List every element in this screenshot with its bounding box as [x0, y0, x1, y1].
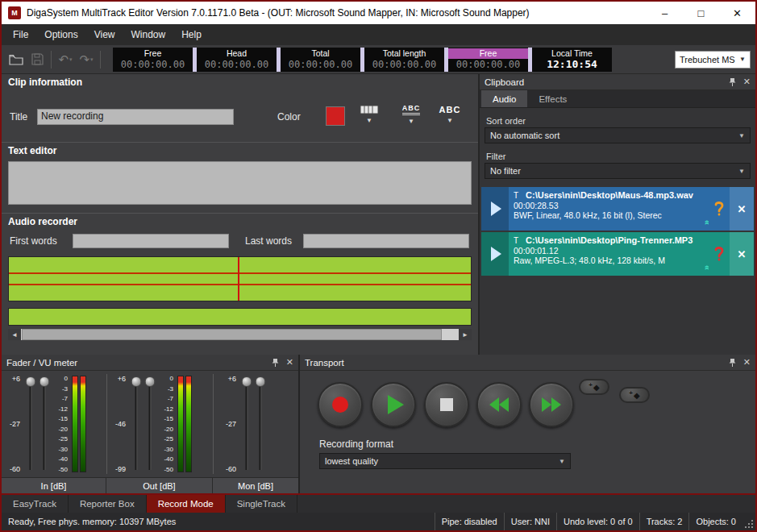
fader-slider[interactable] [129, 373, 143, 475]
counter-value: 00:00:00.00 [372, 59, 436, 70]
menu-help[interactable]: Help [173, 26, 210, 44]
fader-slider[interactable] [253, 373, 267, 475]
tab-effects[interactable]: Effects [527, 90, 578, 107]
close-panel-icon[interactable]: ✕ [743, 77, 751, 86]
redo-dropdown-icon: ▾ [90, 56, 94, 63]
fader-vu-panel: Fader / VU meter ✕ +6 -27 -60 0-3-7- [2, 355, 300, 493]
counter-total: Total 00:00:00.00 [281, 48, 360, 72]
record-button[interactable] [318, 382, 363, 427]
status-tracks: Tracks: 2 [639, 513, 689, 530]
status-user: User: NNI [504, 513, 556, 530]
collapse-chevrons-icon[interactable]: » [701, 265, 709, 270]
playhead-cursor[interactable] [238, 257, 239, 301]
chevron-down-icon: ▼ [559, 458, 565, 465]
menu-window[interactable]: Window [123, 26, 174, 44]
chevron-down-icon: ▼ [739, 56, 746, 63]
slider-knob[interactable] [25, 376, 35, 387]
collapse-chevrons-icon[interactable]: » [701, 220, 709, 225]
redo-button[interactable]: ↷ ▾ [76, 50, 97, 69]
abc-icon: ABC [439, 105, 461, 114]
clipboard-item[interactable]: TC:\Users\nin\Desktop\Ping-Trenner.MP3 0… [481, 232, 754, 276]
item-play-button[interactable] [481, 232, 509, 276]
recording-format-select[interactable]: lowest quality ▼ [319, 453, 571, 469]
menu-view[interactable]: View [86, 26, 123, 44]
slider-knob[interactable] [241, 376, 252, 387]
save-button[interactable] [27, 50, 48, 69]
menu-bar: File Options View Window Help [2, 24, 755, 45]
menu-file[interactable]: File [5, 26, 36, 44]
pin-icon[interactable] [729, 77, 736, 87]
tab-record-mode[interactable]: Record Mode [147, 495, 226, 513]
first-words-input[interactable] [73, 234, 229, 248]
item-delete-button[interactable]: ✕ [730, 187, 754, 231]
item-body[interactable]: TC:\Users\nin\Desktop\Ping-Trenner.MP3 0… [509, 232, 709, 276]
color-swatch[interactable] [326, 106, 345, 126]
filter-select[interactable]: No filter ▼ [485, 163, 751, 179]
keyboard-dropdown-button[interactable]: ▼ [351, 95, 387, 134]
title-input[interactable]: New recording [37, 109, 234, 125]
close-panel-icon[interactable]: ✕ [286, 358, 293, 367]
overview-bar[interactable] [8, 308, 472, 326]
undo-button[interactable]: ↶ ▾ [55, 50, 76, 69]
counter-label: Free [448, 48, 528, 59]
stop-button[interactable] [424, 382, 469, 427]
vu-meter-bar [72, 376, 78, 472]
maximize-button[interactable]: □ [683, 2, 719, 24]
prelisten-ear-button[interactable] [709, 187, 730, 231]
fader-slider[interactable] [143, 373, 156, 475]
slider-knob[interactable] [144, 376, 155, 387]
track-mark: T [514, 236, 518, 245]
pin-icon[interactable] [272, 358, 279, 368]
waveform-scrollbar[interactable]: ◄ ► [8, 329, 472, 340]
pin-icon[interactable] [729, 358, 736, 368]
open-folder-button[interactable] [6, 50, 27, 69]
font-select-value: Trebuchet MS [680, 55, 735, 64]
close-panel-icon[interactable]: ✕ [743, 358, 751, 367]
minimize-icon: – [662, 7, 668, 19]
rewind-button[interactable] [476, 382, 522, 427]
scroll-right-button[interactable]: ► [459, 329, 472, 340]
counter-value: 00:00:00.00 [205, 59, 268, 70]
slider-knob[interactable] [255, 376, 265, 387]
tab-reporter-box[interactable]: Reporter Box [69, 495, 147, 513]
sort-order-select[interactable]: No automatic sort ▼ [485, 127, 751, 143]
menu-options[interactable]: Options [36, 26, 85, 44]
clipboard-item[interactable]: TC:\Users\nin\Desktop\Maus-48.mp3.wav 00… [481, 187, 754, 231]
item-delete-button[interactable]: ✕ [730, 232, 754, 276]
toolbar-separator [100, 51, 101, 69]
scrollbar-track[interactable] [21, 329, 459, 340]
play-button[interactable] [371, 382, 416, 427]
diamond-plus-button-2[interactable]: +◆ [619, 387, 650, 403]
fader-slider[interactable] [23, 373, 37, 475]
resize-grip[interactable] [742, 513, 755, 530]
fader-slider[interactable] [37, 373, 51, 475]
scrollbar-thumb[interactable] [22, 329, 442, 340]
abc-dropdown-button[interactable]: ABC ▼ [432, 95, 468, 134]
font-select[interactable]: Trebuchet MS ▼ [675, 51, 751, 69]
tab-singletrack[interactable]: SingleTrack [226, 495, 297, 513]
vu-meter-bar [80, 376, 86, 472]
first-words-label: First words [10, 235, 57, 247]
last-words-input[interactable] [303, 234, 469, 248]
tab-audio[interactable]: Audio [481, 90, 527, 107]
prelisten-ear-button[interactable] [709, 232, 730, 276]
text-editor-area[interactable] [8, 161, 472, 205]
fader-slider[interactable] [239, 373, 253, 475]
slider-knob[interactable] [131, 376, 141, 387]
diamond-plus-button-1[interactable]: +◆ [579, 379, 609, 395]
counter-label: Total [281, 48, 360, 59]
slider-knob[interactable] [39, 376, 49, 387]
minimize-button[interactable]: – [647, 2, 683, 24]
item-play-button[interactable] [481, 187, 509, 231]
waveform-display[interactable] [8, 256, 472, 301]
play-icon [491, 247, 501, 261]
chevron-down-icon: ▼ [408, 118, 414, 125]
item-body[interactable]: TC:\Users\nin\Desktop\Maus-48.mp3.wav 00… [509, 187, 709, 231]
chevron-down-icon: ▼ [738, 168, 745, 175]
app-icon: M [8, 6, 21, 19]
scroll-left-button[interactable]: ◄ [8, 329, 21, 340]
close-button[interactable]: ✕ [719, 2, 755, 24]
tab-easytrack[interactable]: EasyTrack [2, 495, 69, 513]
fast-forward-button[interactable] [529, 382, 574, 427]
text-style-dropdown-button[interactable]: ABC ▼ [393, 95, 429, 134]
